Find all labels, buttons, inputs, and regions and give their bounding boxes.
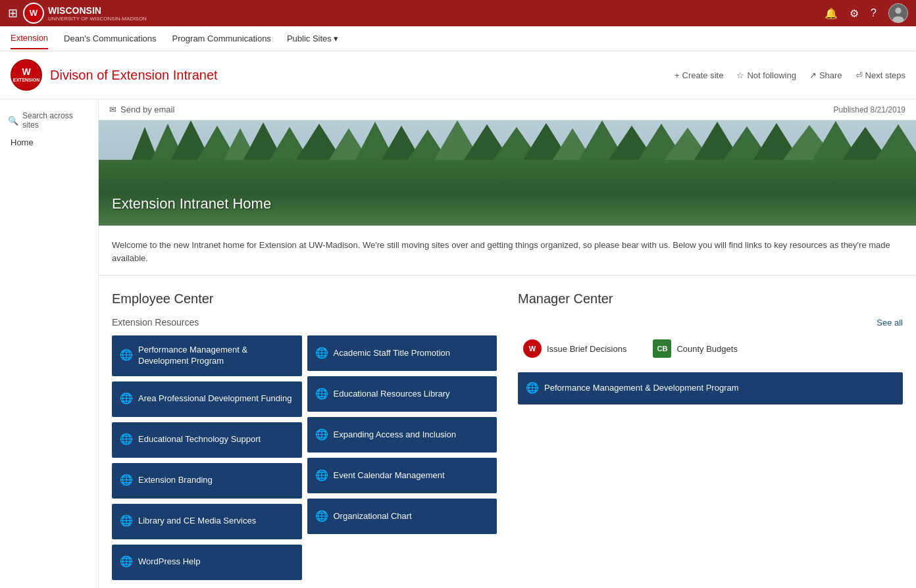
- content-wrapper: 🔍 Search across sites Home ✉ Send by ema…: [0, 99, 916, 588]
- two-column-layout: Employee Center Extension Resources 🌐 Pe…: [99, 276, 916, 588]
- settings-icon[interactable]: ⚙: [850, 7, 859, 20]
- btn-org-chart[interactable]: 🌐 Organizational Chart: [307, 499, 497, 534]
- email-bar: ✉ Send by email Published 8/21/2019: [99, 99, 916, 120]
- published-date: Published 8/21/2019: [834, 105, 905, 114]
- svg-rect-4: [99, 160, 916, 226]
- btn-library[interactable]: 🌐 Library and CE Media Services: [112, 504, 302, 539]
- employee-center-title: Employee Center: [112, 291, 497, 306]
- nav-item-extension[interactable]: Extension: [11, 28, 48, 49]
- sidebar-item-home[interactable]: Home: [0, 134, 98, 151]
- svg-point-1: [895, 8, 901, 14]
- uw-logo[interactable]: W WISCONSIN UNIVERSITY OF WISCONSIN-MADI…: [23, 3, 147, 24]
- resources-right-col: 🌐 Academic Staff Title Promotion 🌐 Educa…: [307, 335, 497, 580]
- globe-icon: 🌐: [315, 510, 328, 524]
- manager-item-county-budgets[interactable]: CB County Budgets: [648, 333, 743, 364]
- manager-performance-btn[interactable]: 🌐 Peformance Management & Development Pr…: [518, 372, 903, 404]
- btn-expanding-access[interactable]: 🌐 Expanding Access and Inclusion: [307, 417, 497, 453]
- share-icon: ↗: [809, 70, 817, 80]
- plus-icon: +: [674, 70, 680, 80]
- manager-center-title: Manager Center: [518, 291, 903, 306]
- send-by-email-button[interactable]: ✉ Send by email: [109, 105, 174, 114]
- notification-icon[interactable]: 🔔: [825, 7, 838, 20]
- welcome-section: Welcome to the new Intranet home for Ext…: [99, 226, 916, 276]
- globe-icon: 🌐: [315, 428, 328, 442]
- create-site-button[interactable]: + Create site: [674, 70, 723, 80]
- btn-wordpress[interactable]: 🌐 WordPress Help: [112, 545, 302, 580]
- resources-grid: 🌐 Performance Management & Development P…: [112, 335, 497, 580]
- search-across-sites[interactable]: 🔍 Search across sites: [0, 107, 98, 134]
- search-icon: 🔍: [8, 116, 18, 126]
- globe-icon: 🌐: [315, 387, 328, 401]
- hero-title: Extension Intranet Home: [112, 195, 271, 212]
- site-logo: W EXTENSION: [11, 59, 42, 91]
- btn-extension-branding[interactable]: 🌐 Extension Branding: [112, 463, 302, 499]
- globe-icon: 🌐: [120, 349, 133, 362]
- uw-name-block: WISCONSIN UNIVERSITY OF WISCONSIN-MADISO…: [48, 5, 147, 22]
- avatar[interactable]: [888, 3, 908, 23]
- main-content: ✉ Send by email Published 8/21/2019: [99, 99, 916, 588]
- follow-button[interactable]: ☆ Not following: [736, 70, 796, 80]
- top-bar: ⊞ W WISCONSIN UNIVERSITY OF WISCONSIN-MA…: [0, 0, 916, 26]
- issue-brief-icon: W: [523, 339, 542, 358]
- btn-event-calendar[interactable]: 🌐 Event Calendar Management: [307, 458, 497, 493]
- county-budgets-icon: CB: [653, 339, 671, 358]
- btn-ed-resources[interactable]: 🌐 Educational Resources Library: [307, 376, 497, 412]
- site-header: W EXTENSION Divison of Extension Intrane…: [0, 51, 916, 99]
- btn-academic-staff[interactable]: 🌐 Academic Staff Title Promotion: [307, 335, 497, 371]
- chevron-down-icon: ▾: [334, 34, 338, 43]
- next-icon: ⏎: [855, 70, 863, 80]
- see-all-link[interactable]: See all: [877, 318, 903, 328]
- page-title: Divison of Extension Intranet: [50, 68, 218, 83]
- globe-icon: 🌐: [120, 474, 133, 487]
- nav-item-public[interactable]: Public Sites ▾: [287, 28, 338, 49]
- waffle-icon[interactable]: ⊞: [8, 6, 18, 20]
- uw-badge: W: [23, 3, 44, 24]
- globe-icon: 🌐: [120, 555, 133, 569]
- nav-bar: Extension Dean's Communications Program …: [0, 26, 916, 51]
- btn-ed-tech[interactable]: 🌐 Educational Technology Support: [112, 422, 302, 458]
- hero-image: Extension Intranet Home: [99, 120, 916, 226]
- uw-subtext: UNIVERSITY OF WISCONSIN-MADISON: [48, 16, 147, 22]
- globe-icon: 🌐: [120, 514, 133, 528]
- btn-performance[interactable]: 🌐 Performance Management & Development P…: [112, 335, 302, 376]
- nav-item-program[interactable]: Program Communications: [172, 28, 271, 49]
- email-icon: ✉: [109, 105, 116, 114]
- btn-area-professional[interactable]: 🌐 Area Professional Development Funding: [112, 381, 302, 417]
- globe-icon: 🌐: [120, 392, 133, 406]
- share-button[interactable]: ↗ Share: [809, 70, 842, 80]
- globe-icon: 🌐: [315, 469, 328, 483]
- resources-left-col: 🌐 Performance Management & Development P…: [112, 335, 302, 580]
- nav-item-deans[interactable]: Dean's Communications: [64, 28, 157, 49]
- employee-center: Employee Center Extension Resources 🌐 Pe…: [112, 291, 518, 583]
- globe-icon: 🌐: [526, 381, 539, 395]
- manager-center: Manager Center See all W Issue Brief Dec…: [518, 291, 903, 583]
- globe-icon: 🌐: [315, 347, 328, 360]
- help-icon[interactable]: ?: [871, 7, 877, 19]
- globe-icon: 🌐: [120, 433, 133, 447]
- star-icon: ☆: [736, 70, 744, 80]
- sidebar: 🔍 Search across sites Home: [0, 99, 99, 588]
- next-steps-button[interactable]: ⏎ Next steps: [855, 70, 905, 80]
- extension-resources-subtitle: Extension Resources: [112, 317, 497, 328]
- manager-item-issue-brief[interactable]: W Issue Brief Decisions: [518, 333, 632, 364]
- welcome-text: Welcome to the new Intranet home for Ext…: [112, 239, 903, 264]
